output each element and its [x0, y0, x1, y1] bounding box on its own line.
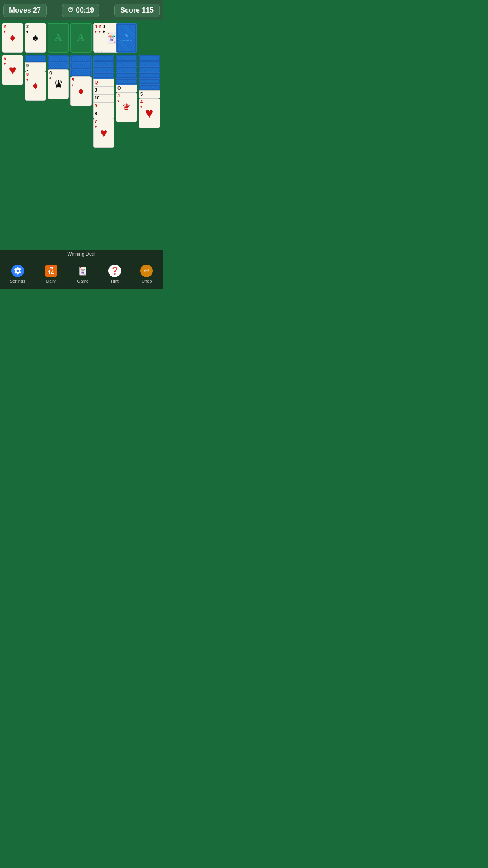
tableau-col-6: Q♣ J♥ ♛ — [116, 55, 137, 122]
tableau-col-5: Q♥ J♠ 10♣ 9♦ 8♠ 7♥ ♥ — [93, 55, 114, 148]
timer-icon: ⏱ — [67, 7, 73, 14]
daily-icon: 📅 14 — [45, 265, 57, 277]
face-down-card — [139, 61, 160, 67]
tableau-col-2: 9♠ 8♦ ♦ — [25, 55, 46, 101]
tableau-card[interactable]: 5♣ — [139, 90, 160, 98]
tableau-col-7: 5♣ 4♥ ♥ — [139, 55, 160, 128]
top-row: 2♦ ♦ 2♠ ♠ A A 4♦ 2♥ J♣ 🃏 — [2, 23, 161, 53]
face-down-card — [139, 67, 160, 73]
tableau-col-1: 5♥ ♥ — [2, 55, 23, 85]
game-area: 2♦ ♦ 2♠ ♠ A A 4♦ 2♥ J♣ 🃏 — [0, 20, 163, 148]
face-down-card — [139, 79, 160, 85]
timer-display: ⏱ 00:19 — [62, 4, 99, 17]
tableau-card[interactable]: 5♦ ♦ — [70, 76, 92, 106]
nav-game[interactable]: 🃏 Game — [77, 265, 89, 283]
card-back-logo: ♛PREMIUM — [121, 33, 132, 42]
face-down-card — [48, 55, 69, 62]
card-back-inner: ♛PREMIUM — [119, 26, 134, 50]
face-down-card — [93, 61, 114, 67]
face-down-card — [139, 73, 160, 79]
score-counter: Score 115 — [114, 4, 160, 17]
foundation-1[interactable]: 2♦ ♦ — [2, 23, 23, 53]
tableau-card[interactable]: 8♠ — [93, 110, 114, 118]
settings-label: Settings — [10, 279, 26, 283]
face-down-card — [116, 79, 137, 85]
foundation-2[interactable]: 2♠ ♠ — [25, 23, 46, 53]
face-down-card — [116, 67, 137, 73]
tableau-card[interactable]: 7♥ ♥ — [93, 118, 114, 148]
game-icon: 🃏 — [77, 265, 89, 277]
tableau-card[interactable]: J♠ — [93, 86, 114, 94]
card-center-suit: ♦ — [10, 31, 15, 44]
face-down-card — [93, 67, 114, 73]
undo-label: Undo — [141, 279, 152, 283]
tableau-card[interactable]: J♥ ♛ — [116, 92, 137, 122]
face-down-card — [93, 55, 114, 61]
settings-icon — [11, 265, 24, 277]
face-down-card — [70, 62, 92, 69]
card-center-suit: ♠ — [33, 31, 39, 44]
nav-daily[interactable]: 📅 14 Daily — [45, 265, 57, 283]
tableau-col-3: Q♠ ♛ — [48, 55, 69, 99]
waste-pile[interactable]: 4♦ 2♥ J♣ 🃏 — [93, 23, 114, 53]
tableau-card[interactable]: 9♠ — [25, 62, 46, 71]
face-down-card — [139, 85, 160, 90]
face-down-card — [70, 69, 92, 76]
face-down-card — [139, 55, 160, 61]
tableau-card[interactable]: 8♦ ♦ — [25, 71, 46, 101]
face-down-card — [116, 61, 137, 67]
nav-undo[interactable]: ↩ Undo — [140, 265, 153, 283]
foundation-4[interactable]: A — [70, 23, 92, 53]
face-down-card — [116, 55, 137, 61]
face-down-card — [25, 55, 46, 62]
tableau-card[interactable]: Q♣ — [116, 85, 137, 92]
game-label: Game — [77, 279, 89, 283]
winning-deal-label: Winning Deal — [0, 250, 163, 258]
tableau-col-4: 5♦ ♦ — [70, 55, 92, 106]
timer-value: 00:19 — [76, 6, 94, 15]
card-rank: 2♦ — [4, 24, 6, 34]
tableau: 5♥ ♥ 9♠ 8♦ ♦ — [2, 55, 161, 148]
moves-counter: Moves 27 — [3, 4, 47, 17]
card-rank: 2♠ — [26, 24, 29, 34]
face-down-card — [70, 55, 92, 62]
nav-settings[interactable]: Settings — [10, 265, 26, 283]
tableau-card[interactable]: 4♥ ♥ — [139, 98, 160, 128]
header: Moves 27 ⏱ 00:19 Score 115 — [0, 0, 163, 20]
tableau-card[interactable]: Q♥ — [93, 79, 114, 86]
tableau-card[interactable]: 9♦ — [93, 102, 114, 110]
hint-icon: ❓ — [108, 265, 121, 277]
undo-icon: ↩ — [140, 265, 153, 277]
foundation-3[interactable]: A — [48, 23, 69, 53]
tableau-card[interactable]: Q♠ ♛ — [48, 69, 69, 99]
face-down-card — [48, 62, 69, 69]
stock-pile[interactable]: ♛PREMIUM — [116, 23, 137, 53]
bottom-nav: Settings 📅 14 Daily 🃏 Game ❓ Hint ↩ Undo — [0, 258, 163, 289]
face-down-card — [93, 73, 114, 79]
tableau-card[interactable]: 5♥ ♥ — [2, 55, 23, 85]
tableau-card[interactable]: 10♣ — [93, 94, 114, 102]
daily-label: Daily — [46, 279, 55, 283]
face-down-card — [116, 73, 137, 79]
hint-label: Hint — [111, 279, 119, 283]
nav-hint[interactable]: ❓ Hint — [108, 265, 121, 283]
